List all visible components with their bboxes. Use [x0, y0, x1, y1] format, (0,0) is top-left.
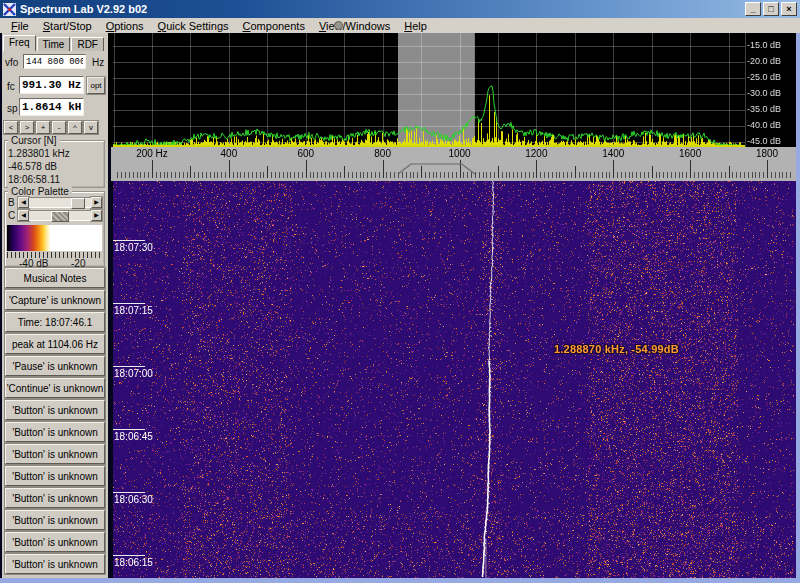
menu-components[interactable]: Components [236, 20, 312, 32]
scroll-right-icon[interactable]: ▶ [91, 197, 102, 208]
cursor-level: -46.578 dB [5, 160, 104, 173]
freq-label: 400 [205, 148, 253, 159]
brightness-thumb[interactable] [71, 198, 85, 209]
freq-label: 800 [359, 148, 407, 159]
time-label: 18:06:30 [114, 494, 153, 505]
title-bar[interactable]: Spectrum Lab V2.92 b02 _ □ × [0, 0, 800, 18]
contrast-thumb[interactable] [51, 211, 69, 222]
tab-strip: FreqTimeRDF [3, 34, 105, 51]
menu-bar: FileStart/StopOptionsQuick SettingsCompo… [0, 18, 800, 33]
freq-label: 600 [282, 148, 330, 159]
time-tick-icon [113, 429, 145, 430]
minimize-button[interactable]: _ [745, 2, 761, 16]
menu-options[interactable]: Options [99, 20, 151, 32]
macro-button-0[interactable]: Musical Notes [5, 268, 105, 288]
tuning-button-row: <>+-^v [4, 121, 98, 134]
display-area: -15.0 dB-20.0 dB-25.0 dB-30.0 dB-35.0 dB… [108, 33, 796, 583]
db-label: -15.0 dB [747, 40, 781, 50]
macro-button-2[interactable]: Time: 18:07:46.1 [5, 312, 105, 332]
color-palette-title: Color Palette [8, 186, 72, 197]
vfo-unit-label: Hz [92, 57, 104, 68]
tab-time[interactable]: Time [37, 37, 71, 51]
macro-button-9[interactable]: 'Button' is unknown [5, 466, 105, 486]
cursor-frequency: 1.283801 kHz [5, 147, 104, 160]
maximize-button[interactable]: □ [763, 2, 779, 16]
tune-button-1[interactable]: > [20, 121, 34, 134]
db-label: -25.0 dB [747, 72, 781, 82]
menu-view-windows[interactable]: View/Windows [312, 20, 397, 32]
time-label: 18:06:45 [114, 431, 153, 442]
freq-label: 1600 [666, 148, 714, 159]
scroll-left-icon[interactable]: ◀ [18, 197, 29, 208]
menu-help[interactable]: Help [397, 20, 434, 32]
time-tick-icon [113, 555, 145, 556]
color-palette-panel: Color Palette B ◀ ▶ C ◀ ▶ -40 dB -20 [4, 191, 105, 267]
brightness-track[interactable] [29, 197, 91, 208]
waterfall-readout: 1.288870 kHz, -54.99dB [554, 343, 679, 355]
fc-input[interactable] [19, 76, 84, 94]
tab-rdf[interactable]: RDF [71, 37, 104, 51]
macro-button-12[interactable]: 'Button' is unknown [5, 532, 105, 552]
macro-button-7[interactable]: 'Button' is unknown [5, 422, 105, 442]
time-tick-icon [113, 240, 145, 241]
freq-label: 1000 [436, 148, 484, 159]
db-label: -35.0 dB [747, 104, 781, 114]
db-label: -40.0 dB [747, 120, 781, 130]
scroll-right-icon[interactable]: ▶ [91, 210, 102, 221]
time-label: 18:07:15 [114, 305, 153, 316]
cursor-time: 18:06:58.11 [5, 173, 104, 186]
contrast-track[interactable] [29, 210, 91, 221]
time-label: 18:07:30 [114, 242, 153, 253]
macro-button-11[interactable]: 'Button' is unknown [5, 510, 105, 530]
sp-label: sp [7, 103, 18, 114]
macro-button-1[interactable]: 'Capture' is unknown [5, 290, 105, 310]
palette-gradient [7, 225, 102, 251]
tune-button-5[interactable]: v [84, 121, 98, 134]
db-label: -20.0 dB [747, 56, 781, 66]
window-border-right [796, 33, 800, 583]
scroll-left-icon[interactable]: ◀ [18, 210, 29, 221]
app-window: Spectrum Lab V2.92 b02 _ □ × FileStart/S… [0, 0, 800, 583]
sp-input[interactable] [19, 98, 84, 116]
macro-button-5[interactable]: 'Continue' is unknown [5, 378, 105, 398]
tune-button-2[interactable]: + [36, 121, 50, 134]
fc-label: fc [7, 81, 15, 92]
menu-quick-settings[interactable]: Quick Settings [151, 20, 236, 32]
close-button[interactable]: × [781, 2, 797, 16]
opt-button[interactable]: opt [87, 77, 105, 94]
macro-button-4[interactable]: 'Pause' is unknown [5, 356, 105, 376]
db-label: -45.0 dB [747, 136, 781, 146]
tab-freq[interactable]: Freq [3, 35, 36, 51]
waterfall-display[interactable] [108, 181, 796, 578]
vfo-label: vfo [5, 57, 18, 68]
frequency-axis[interactable]: 200 Hz40060080010001200140016001800 [108, 147, 796, 181]
menu-file[interactable]: File [4, 20, 36, 32]
macro-button-3[interactable]: peak at 1104.06 Hz [5, 334, 105, 354]
freq-label: 1800 [743, 148, 791, 159]
tune-button-0[interactable]: < [4, 121, 18, 134]
macro-button-8[interactable]: 'Button' is unknown [5, 444, 105, 464]
freq-label: 1400 [589, 148, 637, 159]
control-panel: FreqTimeRDF vfo Hz fc opt sp <>+-^v Curs… [2, 33, 108, 578]
cursor-panel: Cursor [N] 1.283801 kHz -46.578 dB 18:06… [4, 140, 105, 188]
time-tick-icon [113, 366, 145, 367]
db-label: -30.0 dB [747, 88, 781, 98]
tune-button-3[interactable]: - [52, 121, 66, 134]
contrast-scrollbar[interactable]: ◀ ▶ [18, 210, 102, 221]
macro-button-column: Musical Notes'Capture' is unknownTime: 1… [2, 268, 108, 576]
spectrum-display[interactable] [108, 33, 796, 147]
macro-button-10[interactable]: 'Button' is unknown [5, 488, 105, 508]
window-title: Spectrum Lab V2.92 b02 [20, 3, 147, 15]
cursor-panel-title: Cursor [N] [8, 135, 60, 146]
time-label: 18:06:15 [114, 557, 153, 568]
time-label: 18:07:00 [114, 368, 153, 379]
menu-start-stop[interactable]: Start/Stop [36, 20, 99, 32]
vfo-input[interactable] [23, 54, 86, 69]
macro-button-13[interactable]: 'Button' is unknown [5, 554, 105, 574]
freq-label: 1200 [512, 148, 560, 159]
status-led-icon [334, 21, 343, 30]
tune-button-4[interactable]: ^ [68, 121, 82, 134]
brightness-scrollbar[interactable]: ◀ ▶ [18, 197, 102, 208]
macro-button-6[interactable]: 'Button' is unknown [5, 400, 105, 420]
contrast-label: C [8, 210, 15, 221]
